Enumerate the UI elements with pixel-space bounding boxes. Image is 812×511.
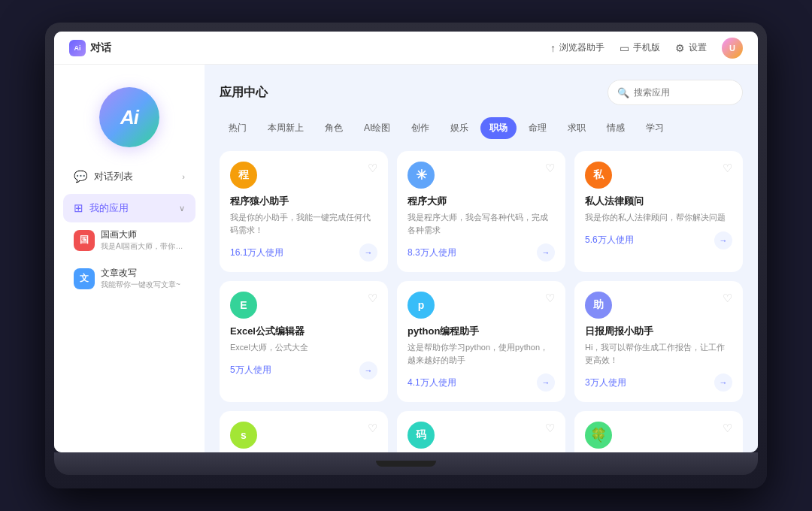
chevron-down-icon: ∨ <box>179 204 185 213</box>
chevron-right-icon: › <box>182 172 185 181</box>
card-arrow-excel[interactable]: → <box>359 361 377 379</box>
search-input[interactable] <box>634 87 733 98</box>
card-desc-daily-report: Hi，我可以帮你生成工作报告，让工作更高效！ <box>585 341 732 366</box>
tab-create[interactable]: 创作 <box>402 117 438 139</box>
apps-icon: ⊞ <box>74 201 83 215</box>
card-law[interactable]: 私 ♡ 私人法律顾问 我是你的私人法律顾问，帮你解决问题 5.6万人使用 → <box>574 151 743 272</box>
card-name-law: 私人法律顾问 <box>585 195 732 208</box>
card-icon-chengxudashi: ✳ <box>408 162 435 189</box>
card-arrow-law[interactable]: → <box>714 231 732 249</box>
laptop-screen: Ai 对话 ↑ 浏览器助手 ▭ 手机版 ⚙ 设置 U <box>54 32 758 452</box>
sidebar-item-myapps[interactable]: ⊞ 我的应用 ∨ <box>63 194 195 222</box>
card-python-dashi[interactable]: 🍀 ♡ Python大师 <box>574 411 743 452</box>
card-chengxuyuan[interactable]: 程 ♡ 程序猿小助手 我是你的小助手，我能一键完成任何代码需求！ 16.1万人使… <box>220 151 388 272</box>
card-icon-biancheng: 码 <box>408 422 435 449</box>
guohua-name: 国画大师 <box>101 228 185 241</box>
mobile-icon: ▭ <box>620 42 629 54</box>
tab-work[interactable]: 职场 <box>480 117 517 139</box>
card-icon-daily-report: 助 <box>585 292 612 319</box>
heart-icon-chengxudashi[interactable]: ♡ <box>545 162 555 175</box>
tab-job[interactable]: 求职 <box>559 117 595 139</box>
card-arrow-python-helper[interactable]: → <box>537 373 555 392</box>
tab-emotion[interactable]: 情感 <box>598 117 634 139</box>
laptop-frame: Ai 对话 ↑ 浏览器助手 ▭ 手机版 ⚙ 设置 U <box>45 23 767 488</box>
card-usage-chengxudashi: 8.3万人使用 <box>408 246 456 259</box>
guohua-desc: 我是AI国画大师，带你踏时代体... <box>101 241 185 252</box>
wenzhang-desc: 我能帮你一键改写文章~ <box>101 280 180 290</box>
browser-icon: ↑ <box>550 42 556 54</box>
card-name-excel: Excel公式编辑器 <box>230 325 377 338</box>
mobile-version-button[interactable]: ▭ 手机版 <box>620 41 660 54</box>
topbar-logo: Ai 对话 <box>69 40 111 56</box>
card-icon-python-dashi: 🍀 <box>585 422 612 449</box>
laptop-base <box>54 452 758 475</box>
card-biancheng[interactable]: 码 ♡ 编程大师 <box>397 411 565 452</box>
card-arrow-daily-report[interactable]: → <box>714 373 732 392</box>
card-desc-excel: Excel大师，公式大全 <box>230 341 377 354</box>
avatar[interactable]: U <box>722 38 743 59</box>
sidebar-conversation-label: 对话列表 <box>94 170 176 183</box>
heart-icon-python-helper[interactable]: ♡ <box>545 292 555 305</box>
heart-icon-sql[interactable]: ♡ <box>368 422 377 435</box>
card-usage-chengxuyuan: 16.1万人使用 <box>230 246 283 259</box>
card-icon-excel: E <box>230 292 257 319</box>
category-tabs: 热门 本周新上 角色 AI绘图 创作 娱乐 职场 命理 求职 情感 学习 <box>220 117 743 139</box>
card-chengxudashi[interactable]: ✳ ♡ 程序大师 我是程序大师，我会写各种代码，完成各种需求 8.3万人使用 → <box>397 151 565 272</box>
tab-new[interactable]: 本周新上 <box>259 117 313 139</box>
heart-icon-python-dashi[interactable]: ♡ <box>723 422 732 435</box>
topbar-actions: ↑ 浏览器助手 ▭ 手机版 ⚙ 设置 U <box>550 38 743 59</box>
search-box[interactable]: 🔍 <box>607 80 743 105</box>
sidebar-sub-item-wenzhang[interactable]: 文 文章改写 我能帮你一键改写文章~ <box>63 261 195 296</box>
topbar-ai-logo: Ai <box>69 40 86 56</box>
tab-hot[interactable]: 热门 <box>220 117 256 139</box>
gear-icon: ⚙ <box>675 42 685 54</box>
card-usage-python-helper: 4.1万人使用 <box>408 376 456 389</box>
heart-icon-daily-report[interactable]: ♡ <box>723 292 732 305</box>
card-sql[interactable]: s ♡ sql大师 <box>220 411 388 452</box>
card-arrow-chengxudashi[interactable]: → <box>537 243 555 262</box>
sidebar-sub-item-guohua[interactable]: 国 国画大师 我是AI国画大师，带你踏时代体... <box>63 222 195 258</box>
sidebar-ai-logo: Ai <box>99 87 159 147</box>
topbar: Ai 对话 ↑ 浏览器助手 ▭ 手机版 ⚙ 设置 U <box>54 32 758 65</box>
card-icon-chengxuyuan: 程 <box>230 162 257 189</box>
sidebar-nav: 💬 对话列表 › ⊞ 我的应用 ∨ <box>54 162 205 222</box>
content-header: 应用中心 🔍 <box>220 80 743 105</box>
guohua-icon: 国 <box>74 230 95 251</box>
card-icon-sql: s <box>230 422 257 449</box>
card-desc-python-helper: 这是帮助你学习python，使用python，越来越好的助手 <box>408 341 555 366</box>
card-name-chengxuyuan: 程序猿小助手 <box>230 195 377 208</box>
laptop-notch <box>376 461 436 467</box>
card-daily-report[interactable]: 助 ♡ 日报周报小助手 Hi，我可以帮你生成工作报告，让工作更高效！ 3万人使用… <box>574 281 743 402</box>
card-usage-excel: 5万人使用 <box>230 364 271 376</box>
heart-icon-excel[interactable]: ♡ <box>368 292 377 305</box>
content-area: 应用中心 🔍 热门 本周新上 角色 AI绘图 创作 娱乐 职场 命理 <box>205 65 758 452</box>
wenzhang-icon: 文 <box>74 268 95 289</box>
tab-entertainment[interactable]: 娱乐 <box>441 117 477 139</box>
chat-icon: 💬 <box>74 170 88 183</box>
browser-helper-button[interactable]: ↑ 浏览器助手 <box>550 41 604 54</box>
heart-icon-chengxuyuan[interactable]: ♡ <box>368 162 377 175</box>
card-name-python-helper: python编程助手 <box>408 325 555 338</box>
settings-button[interactable]: ⚙ 设置 <box>675 41 707 54</box>
tab-fate[interactable]: 命理 <box>520 117 556 139</box>
card-desc-law: 我是你的私人法律顾问，帮你解决问题 <box>585 211 732 224</box>
card-excel[interactable]: E ♡ Excel公式编辑器 Excel大师，公式大全 5万人使用 → <box>220 281 388 402</box>
sidebar-sub-items: 国 国画大师 我是AI国画大师，带你踏时代体... 文 文章改写 我能帮你一键改… <box>54 222 205 296</box>
search-icon: 🔍 <box>617 87 629 98</box>
cards-grid: 程 ♡ 程序猿小助手 我是你的小助手，我能一键完成任何代码需求！ 16.1万人使… <box>220 151 743 402</box>
sidebar-item-conversation[interactable]: 💬 对话列表 › <box>63 162 195 191</box>
card-desc-chengxudashi: 我是程序大师，我会写各种代码，完成各种需求 <box>408 211 555 236</box>
sidebar-myapps-label: 我的应用 <box>89 201 173 215</box>
tab-role[interactable]: 角色 <box>316 117 352 139</box>
card-usage-law: 5.6万人使用 <box>585 234 634 246</box>
card-arrow-chengxuyuan[interactable]: → <box>359 243 377 262</box>
tab-ai-draw[interactable]: AI绘图 <box>355 117 399 139</box>
heart-icon-biancheng[interactable]: ♡ <box>545 422 555 435</box>
heart-icon-law[interactable]: ♡ <box>723 162 732 175</box>
sidebar: Ai 💬 对话列表 › ⊞ 我的应用 ∨ <box>54 65 205 452</box>
card-desc-chengxuyuan: 我是你的小助手，我能一键完成任何代码需求！ <box>230 211 377 236</box>
wenzhang-name: 文章改写 <box>101 267 180 280</box>
tab-study[interactable]: 学习 <box>637 117 673 139</box>
card-python-helper[interactable]: p ♡ python编程助手 这是帮助你学习python，使用python，越来… <box>397 281 565 402</box>
card-icon-python-helper: p <box>408 292 435 319</box>
